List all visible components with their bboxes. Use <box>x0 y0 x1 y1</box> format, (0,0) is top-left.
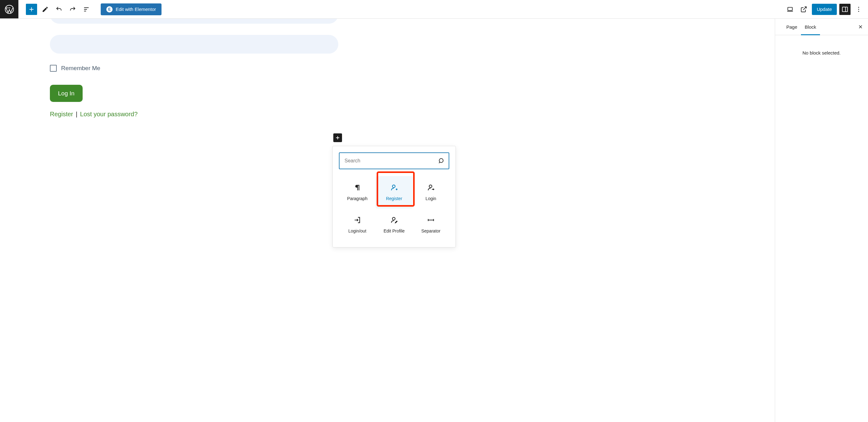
edit-with-elementor-button[interactable]: E Edit with Elementor <box>101 3 161 15</box>
redo-button[interactable] <box>67 4 78 15</box>
undo-button[interactable] <box>53 4 65 15</box>
toolbar-left-group: E Edit with Elementor <box>19 3 161 15</box>
list-icon <box>83 6 90 13</box>
undo-icon <box>56 6 62 13</box>
top-toolbar: E Edit with Elementor Update <box>0 0 868 19</box>
update-button[interactable]: Update <box>812 4 837 15</box>
remember-me-label: Remember Me <box>61 65 100 72</box>
redo-icon <box>69 6 76 13</box>
plus-icon <box>28 6 35 13</box>
block-item-label: Paragraph <box>347 196 367 201</box>
password-input[interactable] <box>50 35 338 54</box>
no-block-message: No block selected. <box>803 50 841 56</box>
user-arrow-icon <box>427 184 435 192</box>
search-icon <box>438 157 445 164</box>
tab-page[interactable]: Page <box>782 19 801 35</box>
pencil-icon <box>42 6 49 13</box>
block-item-register[interactable]: Register <box>376 176 412 208</box>
block-item-separator[interactable]: Separator <box>412 208 449 241</box>
sidebar-icon <box>841 6 848 13</box>
settings-panel-toggle[interactable] <box>839 4 850 15</box>
laptop-icon <box>786 6 794 13</box>
svg-point-3 <box>858 7 859 8</box>
block-item-label: Edit Profile <box>383 228 405 233</box>
toolbar-right-group: Update <box>784 4 868 15</box>
editor-canvas-area: Remember Me Log In Register | Lost your … <box>0 19 775 422</box>
link-separator: | <box>76 111 77 118</box>
block-item-edit-profile[interactable]: Edit Profile <box>376 208 412 241</box>
tab-page-label: Page <box>786 24 797 30</box>
block-item-label: Register <box>386 196 402 201</box>
block-item-login-out[interactable]: Login/out <box>339 208 376 241</box>
remember-me-checkbox[interactable] <box>50 65 57 72</box>
insert-block-button[interactable] <box>333 133 342 142</box>
elementor-icon: E <box>106 6 113 12</box>
block-item-login[interactable]: Login <box>412 176 449 208</box>
update-button-label: Update <box>817 6 832 12</box>
user-edit-icon <box>390 216 398 224</box>
external-link-icon <box>800 6 807 13</box>
svg-point-4 <box>858 9 859 10</box>
view-button[interactable] <box>784 4 796 15</box>
settings-sidebar: Page Block No block selected. <box>775 19 868 422</box>
sidebar-tabs: Page Block <box>775 19 868 35</box>
close-sidebar-button[interactable] <box>856 22 866 32</box>
lost-password-link[interactable]: Lost your password? <box>80 111 138 118</box>
options-button[interactable] <box>853 4 864 15</box>
document-overview-button[interactable] <box>81 4 92 15</box>
login-form-block: Remember Me Log In Register | Lost your … <box>0 19 775 118</box>
svg-point-5 <box>858 10 859 11</box>
user-plus-icon <box>390 184 398 192</box>
close-icon <box>858 24 863 30</box>
block-grid: Paragraph Register Login Login/out Edit … <box>339 176 449 241</box>
tools-button[interactable] <box>40 4 51 15</box>
svg-point-8 <box>429 185 432 188</box>
preview-button[interactable] <box>798 4 809 15</box>
svg-rect-1 <box>787 7 792 10</box>
tab-block[interactable]: Block <box>801 19 820 35</box>
paragraph-icon <box>353 184 361 192</box>
more-vertical-icon <box>855 6 862 13</box>
svg-point-7 <box>393 185 395 188</box>
login-out-icon <box>353 216 361 224</box>
wordpress-logo[interactable] <box>0 0 19 19</box>
tab-block-label: Block <box>805 24 816 30</box>
username-input[interactable] <box>50 19 338 24</box>
block-item-label: Login/out <box>348 228 366 233</box>
workspace: Remember Me Log In Register | Lost your … <box>0 19 868 422</box>
block-item-label: Separator <box>421 228 440 233</box>
block-search-input[interactable] <box>339 153 449 169</box>
add-block-button[interactable] <box>26 4 37 15</box>
block-item-label: Login <box>426 196 436 201</box>
svg-rect-2 <box>842 7 848 11</box>
form-links-row: Register | Lost your password? <box>50 111 775 118</box>
block-inserter-popover: Paragraph Register Login Login/out Edit … <box>332 146 456 248</box>
plus-icon <box>335 135 340 140</box>
separator-icon <box>427 216 435 224</box>
remember-me-row: Remember Me <box>50 65 775 72</box>
login-button-label: Log In <box>58 90 74 97</box>
svg-point-9 <box>393 217 395 220</box>
register-link[interactable]: Register <box>50 111 73 118</box>
block-item-paragraph[interactable]: Paragraph <box>339 176 376 208</box>
elementor-button-label: Edit with Elementor <box>116 6 156 12</box>
sidebar-body: No block selected. <box>775 35 868 70</box>
wordpress-icon <box>4 4 14 14</box>
login-submit-button[interactable]: Log In <box>50 85 83 102</box>
block-search-wrap <box>339 153 449 169</box>
